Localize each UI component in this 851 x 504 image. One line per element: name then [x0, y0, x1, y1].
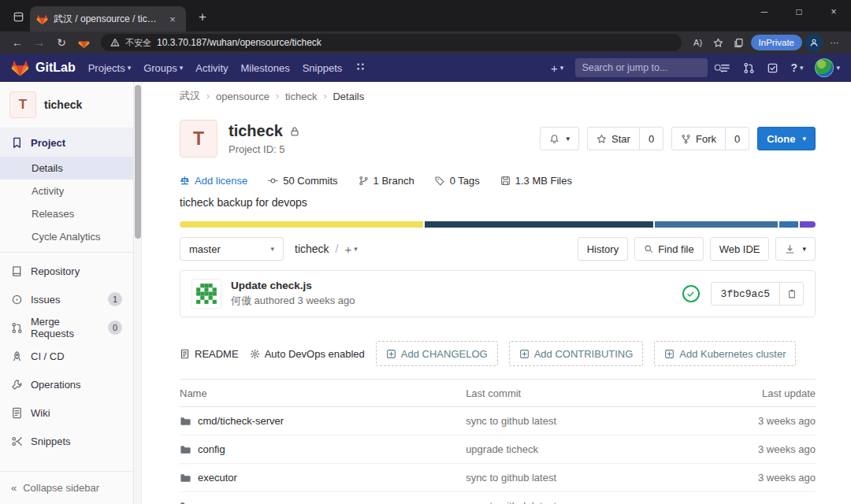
project-avatar: T — [9, 91, 36, 118]
gear-icon — [250, 349, 260, 359]
history-button[interactable]: History — [578, 237, 628, 261]
browser-menu-icon[interactable]: ⋯ — [826, 34, 843, 51]
table-header: Name Last commit Last update — [180, 379, 816, 407]
commit-message-link[interactable]: sync to github latest — [466, 500, 729, 504]
fork-button[interactable]: Fork — [671, 127, 726, 150]
add-kubernetes-button[interactable]: Add Kubernetes cluster — [654, 341, 796, 366]
notifications-dropdown[interactable]: ▾ — [540, 127, 580, 150]
tab-close-icon[interactable]: × — [165, 12, 180, 26]
clone-button[interactable]: Clone ▾ — [757, 127, 816, 150]
sidebar-item-repository[interactable]: Repository — [0, 257, 133, 285]
commit-sha[interactable]: 3fbc9ac5 — [712, 288, 779, 300]
commit-title-link[interactable]: Update check.js — [231, 280, 355, 291]
read-aloud-icon[interactable]: A) — [689, 34, 707, 51]
forward-button[interactable]: → — [30, 34, 49, 51]
new-menu-icon[interactable]: +▾ — [551, 61, 563, 75]
commit-meta: 何傲 authored 3 weeks ago — [231, 294, 355, 308]
copy-sha-button[interactable] — [779, 283, 803, 305]
find-file-button[interactable]: Find file — [634, 237, 704, 261]
minimize-button[interactable]: ─ — [747, 0, 782, 24]
commits-icon — [268, 176, 278, 186]
add-file-dropdown[interactable]: +▾ — [344, 243, 357, 256]
sidebar-scrollbar[interactable] — [134, 82, 142, 504]
back-button[interactable]: ← — [8, 34, 27, 51]
gitlab-site-icon[interactable] — [74, 34, 93, 51]
todos-icon[interactable] — [767, 62, 779, 74]
star-button[interactable]: Star — [587, 127, 640, 150]
sidebar-scrollbar-thumb[interactable] — [135, 85, 141, 239]
add-contributing-button[interactable]: Add CONTRIBUTING — [509, 341, 644, 366]
favorites-star-icon[interactable] — [710, 34, 727, 51]
breadcrumb-subgroup[interactable]: opensource — [216, 91, 269, 102]
nav-activity[interactable]: Activity — [195, 62, 228, 74]
fork-count[interactable]: 0 — [725, 127, 749, 150]
nav-more-icon[interactable] — [355, 61, 366, 76]
gitlab-logo[interactable]: GitLab — [11, 59, 76, 77]
commit-message-link[interactable]: sync to github latest — [466, 415, 729, 427]
file-name-link[interactable]: cmd/ticheck-server — [198, 415, 284, 427]
collections-icon[interactable] — [730, 34, 748, 51]
pipeline-status-icon[interactable] — [682, 285, 700, 302]
search-input[interactable] — [582, 62, 708, 73]
nav-snippets[interactable]: Snippets — [303, 62, 343, 74]
sidebar-item-activity[interactable]: Activity — [0, 180, 133, 202]
sidebar-project-header[interactable]: T ticheck — [0, 82, 133, 128]
address-bar[interactable]: 不安全 10.3.70.187/wuhan/opensource/ticheck — [101, 34, 682, 51]
merge-requests-icon[interactable] — [743, 62, 755, 74]
close-button[interactable]: × — [816, 0, 851, 24]
auto-devops-button[interactable]: Auto DevOps enabled — [250, 348, 365, 360]
sidebar-item-merge-requests[interactable]: Merge Requests 0 — [0, 313, 133, 342]
commit-sha-box: 3fbc9ac5 — [711, 282, 804, 306]
merge-request-icon — [11, 322, 23, 334]
file-name-link[interactable]: executor — [198, 472, 237, 484]
sidebar-item-details[interactable]: Details — [0, 157, 133, 180]
sidebar-item-issues[interactable]: Issues 1 — [0, 285, 133, 313]
branch-selector[interactable]: master ▾ — [180, 237, 284, 261]
user-menu[interactable]: ▾ — [815, 58, 840, 77]
browser-tab[interactable]: 武汉 / opensource / ticheck - GitLab × — [30, 6, 186, 32]
files-link[interactable]: 1.3 MB Files — [500, 175, 572, 187]
tags-link[interactable]: 0 Tags — [435, 175, 480, 187]
folder-icon — [180, 500, 191, 504]
browser-profile-avatar[interactable] — [805, 34, 823, 51]
sidebar-item-operations[interactable]: Operations — [0, 370, 133, 398]
help-menu[interactable]: ?▾ — [790, 61, 803, 74]
file-name-link[interactable]: config — [198, 443, 225, 455]
global-search[interactable] — [575, 58, 708, 77]
commits-link[interactable]: 50 Commits — [268, 175, 337, 187]
download-dropdown[interactable]: ▾ — [775, 237, 816, 261]
maximize-button[interactable]: □ — [782, 0, 816, 24]
web-ide-button[interactable]: Web IDE — [710, 237, 770, 261]
repo-root-link[interactable]: ticheck — [295, 243, 329, 255]
star-count[interactable]: 0 — [639, 127, 663, 150]
breadcrumb-project[interactable]: ticheck — [285, 91, 317, 102]
breadcrumb-group[interactable]: 武汉 — [180, 89, 200, 103]
refresh-button[interactable]: ↻ — [52, 34, 71, 51]
project-sidebar: T ticheck Project Details Activity Relea… — [0, 82, 134, 504]
sidebar-item-snippets[interactable]: Snippets — [0, 427, 133, 455]
sidebar-item-cycle-analytics[interactable]: Cycle Analytics — [0, 225, 133, 248]
sidebar-item-ci-cd[interactable]: CI / CD — [0, 342, 133, 370]
add-license-link[interactable]: Add license — [180, 175, 247, 187]
collapse-sidebar-button[interactable]: « Collapse sidebar — [0, 471, 133, 504]
issues-dashboard-icon[interactable] — [719, 62, 731, 74]
commit-message-link[interactable]: sync to github latest — [466, 472, 729, 484]
fork-group: Fork 0 — [671, 127, 749, 150]
sidebar-item-project[interactable]: Project — [0, 128, 133, 157]
url-text: 10.3.70.187/wuhan/opensource/ticheck — [157, 37, 321, 48]
wiki-icon — [11, 407, 23, 419]
nav-groups[interactable]: Groups▾ — [143, 62, 183, 74]
nav-projects[interactable]: Projects▾ — [88, 62, 132, 74]
sidebar-item-releases[interactable]: Releases — [0, 202, 133, 225]
sidebar-item-wiki[interactable]: Wiki — [0, 398, 133, 427]
new-tab-button[interactable]: + — [192, 7, 213, 28]
bookmark-icon — [11, 137, 23, 149]
tab-actions-icon[interactable] — [6, 5, 30, 28]
sidebar-project-name: ticheck — [44, 98, 82, 111]
branches-link[interactable]: 1 Branch — [359, 175, 414, 187]
add-changelog-button[interactable]: Add CHANGELOG — [376, 341, 498, 366]
commit-message-link[interactable]: upgrade ticheck — [466, 443, 729, 455]
browser-toolbar: ← → ↻ 不安全 10.3.70.187/wuhan/opensource/t… — [0, 32, 851, 54]
readme-button[interactable]: README — [180, 348, 239, 360]
nav-milestones[interactable]: Milestones — [241, 62, 290, 74]
